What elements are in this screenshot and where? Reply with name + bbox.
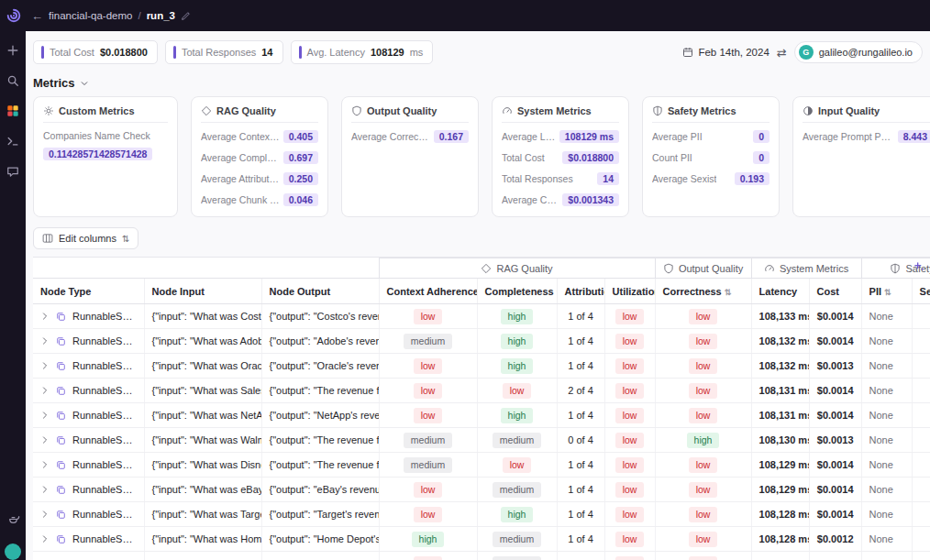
column-header-node-input[interactable]: Node Input	[144, 279, 261, 304]
user-menu[interactable]: G galileo@rungalileo.io	[794, 41, 923, 63]
copy-icon[interactable]	[56, 510, 66, 520]
avg-latency-chip: Avg. Latency 108129 ms	[291, 40, 434, 64]
metric-value-badge: 0.11428571428571428	[43, 148, 152, 160]
column-header-node-output[interactable]: Node Output	[261, 279, 379, 304]
table-row[interactable]: RunnableSequence{"input": "What was Cost…	[33, 304, 930, 329]
copy-icon[interactable]	[56, 312, 66, 322]
expand-row-icon[interactable]	[40, 312, 50, 321]
context-adherence-badge: low	[414, 408, 443, 423]
expand-row-icon[interactable]	[40, 386, 50, 395]
copy-icon[interactable]	[56, 534, 66, 544]
table-row[interactable]: RunnableSequence{"input": "What was Sale…	[33, 379, 930, 403]
cell-node-type: RunnableSequence	[33, 552, 144, 560]
copy-icon[interactable]	[56, 336, 66, 346]
metric-value-badge: 0.167	[434, 130, 469, 143]
column-header-latency[interactable]: Latency	[751, 279, 809, 304]
column-header-completeness[interactable]: Completeness⇅	[477, 279, 557, 304]
expand-row-icon[interactable]	[40, 534, 50, 544]
metric-value-badge: 0.405	[283, 130, 318, 143]
cell-context-adherence: high	[379, 527, 477, 552]
metric-card-safety-metrics: Safety MetricsAverage PII0Count PII0Aver…	[642, 96, 780, 217]
feedback-icon[interactable]	[6, 165, 19, 178]
edit-pencil-icon[interactable]	[181, 11, 191, 21]
sort-icon[interactable]: ⇅	[884, 288, 891, 297]
sort-icon[interactable]: ⇅	[725, 288, 732, 297]
total-cost-chip: Total Cost $0.018800	[33, 40, 158, 64]
cell-node-type: RunnableSequence	[33, 329, 144, 354]
metrics-section-toggle[interactable]: Metrics	[33, 76, 930, 90]
table-row[interactable]: RunnableSequence{"input": "What was Orac…	[33, 354, 930, 379]
expand-row-icon[interactable]	[40, 485, 50, 494]
table-row[interactable]: RunnableSequence{"input": "What was Broa…	[33, 552, 930, 560]
column-header-sexist[interactable]: Sexist⇅	[912, 279, 930, 304]
copy-icon[interactable]	[56, 485, 66, 495]
metrics-cards: Custom MetricsCompanies Name Check0.1142…	[33, 96, 930, 217]
table-row[interactable]: RunnableSequence{"input": "What was Disn…	[33, 453, 930, 478]
lamp-icon[interactable]	[6, 512, 20, 526]
copy-icon[interactable]	[56, 361, 66, 371]
column-header-pii[interactable]: PII⇅	[861, 279, 912, 304]
metric-row-average-correctness: Average Correctness0.167	[351, 126, 469, 147]
cell-node-input: {"input": "What was Target's re...	[144, 502, 261, 527]
cell-utilization: low	[604, 527, 655, 552]
metric-label: Average Cost	[502, 194, 559, 205]
accent-bar	[299, 46, 302, 59]
galileo-logo[interactable]	[0, 7, 28, 24]
card-title: Custom Metrics	[59, 105, 135, 116]
metric-label: Average Context Adherence	[201, 131, 280, 142]
breadcrumb-project[interactable]: financial-qa-demo	[49, 10, 132, 21]
column-header-cost[interactable]: Cost	[809, 279, 861, 304]
node-type-label: RunnableSequence	[72, 509, 137, 520]
column-header-correctness[interactable]: Correctness⇅	[655, 279, 751, 304]
table-row[interactable]: RunnableSequence{"input": "What was Adob…	[33, 329, 930, 354]
metric-card-system-metrics: System MetricsAverage Latency108129 msTo…	[492, 96, 629, 217]
expand-row-icon[interactable]	[40, 361, 50, 370]
back-arrow-icon[interactable]: ←	[31, 9, 43, 23]
breadcrumb-run: run_3	[147, 10, 175, 21]
expand-row-icon[interactable]	[40, 435, 50, 445]
table-row[interactable]: RunnableSequence{"input": "What was Home…	[33, 527, 930, 552]
copy-icon[interactable]	[56, 411, 66, 421]
column-header-context-adherence[interactable]: Context Adherence⇅	[379, 279, 477, 304]
copy-icon[interactable]	[56, 386, 66, 396]
column-header-utilization[interactable]: Utilization	[604, 279, 655, 304]
column-group-output-quality: Output Quality	[655, 258, 751, 279]
expand-row-icon[interactable]	[40, 336, 50, 346]
add-icon[interactable]	[6, 44, 19, 57]
search-icon[interactable]	[6, 74, 19, 87]
copy-icon[interactable]	[56, 460, 66, 470]
expand-row-icon[interactable]	[40, 411, 50, 420]
metric-label: Average Chunk Utilization	[201, 194, 280, 205]
console-icon[interactable]	[6, 135, 19, 148]
cell-latency: 108,132 ms	[751, 329, 809, 354]
cell-completeness: medium	[477, 527, 557, 552]
expand-row-icon[interactable]	[40, 460, 50, 469]
expand-row-icon[interactable]	[40, 510, 50, 519]
cell-node-output: {"output": "Oracle's revenue in ...	[261, 354, 379, 379]
column-header-node-type[interactable]: Node Type	[33, 279, 144, 304]
table-row[interactable]: RunnableSequence{"input": "What was NetA…	[33, 403, 930, 428]
diamond-icon	[201, 105, 212, 116]
completeness-badge: medium	[493, 482, 541, 498]
column-header-attribution[interactable]: Attribution	[557, 279, 604, 304]
utilization-badge: low	[615, 309, 645, 324]
cell-sexist	[912, 304, 930, 329]
modules-icon[interactable]	[6, 104, 19, 117]
table-row[interactable]: RunnableSequence{"input": "What was eBay…	[33, 478, 930, 502]
edit-columns-button[interactable]: Edit columns ⇅	[33, 227, 138, 249]
table-row[interactable]: RunnableSequence{"input": "What was Targ…	[33, 502, 930, 527]
cell-context-adherence: low	[379, 403, 477, 428]
compare-runs-icon[interactable]: ⇄	[777, 46, 787, 60]
date-picker[interactable]: Feb 14th, 2024	[682, 47, 769, 58]
metric-row-total-responses: Total Responses14	[502, 168, 619, 189]
completeness-badge: medium	[493, 433, 541, 448]
cell-latency: 108,128 ms	[751, 527, 809, 552]
card-header: RAG Quality	[201, 105, 318, 123]
table-row[interactable]: RunnableSequence{"input": "What was Walm…	[33, 428, 930, 453]
metric-label: Companies Name Check	[43, 130, 150, 141]
completeness-badge: medium	[493, 556, 541, 560]
add-column-button[interactable]	[913, 260, 924, 272]
intercom-bubble[interactable]	[5, 544, 21, 560]
copy-icon[interactable]	[56, 435, 66, 445]
cell-latency: 108,127 ms	[751, 552, 809, 560]
